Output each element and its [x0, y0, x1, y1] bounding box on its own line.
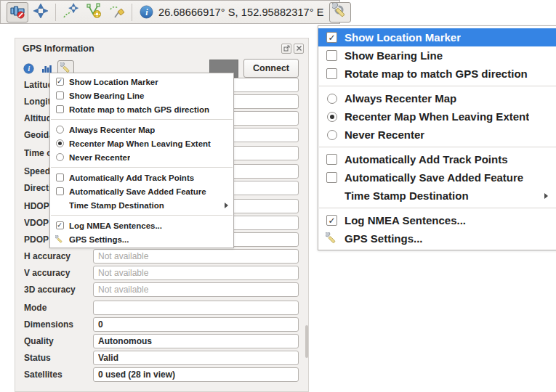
field-label: Mode	[24, 301, 93, 315]
field-value-input[interactable]	[93, 334, 299, 348]
field-label: Status	[24, 351, 93, 365]
close-icon	[296, 45, 302, 52]
gps-connect-icon	[9, 3, 25, 22]
qgis-window: { "colors": { "accent": "#3584e4", "high…	[0, 0, 556, 392]
gps-field-row: Dimensions	[24, 317, 299, 332]
menu-item-label: Always Recenter Map	[345, 92, 456, 105]
recenter-map-icon	[33, 3, 49, 22]
panel-scrollbar[interactable]	[305, 325, 308, 358]
gps-field-row: Quality	[24, 334, 299, 348]
menu-separator	[51, 215, 233, 216]
field-label: Quality	[24, 334, 93, 348]
add-track-vertex-button[interactable]	[83, 2, 105, 23]
field-value-input[interactable]	[93, 351, 299, 365]
float-panel-button[interactable]	[281, 44, 291, 54]
checkbox-icon	[326, 32, 337, 43]
menu-separator	[51, 167, 233, 168]
menu-item[interactable]: Recenter Map When Leaving Extent	[50, 136, 233, 150]
menu-item-label: Automatically Add Track Points	[345, 153, 508, 166]
field-value-input[interactable]	[93, 266, 299, 280]
submenu-arrow-icon	[225, 203, 228, 208]
connect-button[interactable]: Connect	[243, 59, 299, 78]
field-value-input[interactable]	[93, 282, 299, 297]
float-icon	[283, 45, 290, 52]
checkbox-icon	[326, 172, 337, 183]
field-label: V accuracy	[24, 266, 93, 280]
checkbox-icon	[326, 50, 337, 61]
menu-item-label: Log NMEA Sentences...	[69, 221, 162, 230]
menu-item[interactable]: Show Bearing Line	[318, 46, 556, 65]
menu-item-label: Automatically Save Added Feature	[345, 171, 523, 184]
menu-item-label: Show Bearing Line	[69, 91, 145, 100]
recenter-map-button[interactable]	[30, 2, 52, 23]
menu-item-label: Time Stamp Destination	[345, 189, 469, 202]
field-value-input[interactable]	[93, 367, 299, 382]
gps-field-row: 3D accuracy	[24, 282, 299, 297]
radio-icon	[56, 139, 64, 147]
menu-item[interactable]: Show Location Marker	[318, 28, 556, 46]
menu-item[interactable]: Always Recenter Map	[50, 123, 233, 136]
checkbox-icon	[56, 91, 64, 99]
recenter-on-gps-button[interactable]	[60, 2, 81, 23]
menu-item[interactable]: Recenter Map When Leaving Extent	[318, 107, 556, 126]
gps-connect-button[interactable]	[7, 2, 28, 23]
menu-item[interactable]: Automatically Add Track Points	[50, 171, 233, 184]
menu-item[interactable]: Always Recenter Map	[318, 89, 556, 107]
field-value-input[interactable]	[93, 301, 299, 315]
field-label: Satellites	[24, 367, 93, 382]
submenu-arrow-icon	[544, 193, 548, 199]
menu-item-label: GPS Settings...	[69, 235, 129, 244]
menu-item[interactable]: Rotate map to match GPS direction	[318, 65, 556, 83]
menu-separator	[319, 147, 556, 147]
menu-item[interactable]: Never Recenter	[50, 150, 233, 164]
radio-icon	[56, 153, 64, 161]
close-panel-button[interactable]	[294, 44, 304, 54]
reset-track-icon	[109, 3, 125, 22]
radio-icon	[327, 112, 337, 122]
gps-settings-button[interactable]	[329, 2, 351, 23]
gps-field-row: V accuracy	[24, 266, 299, 280]
menu-item[interactable]: Show Bearing Line	[50, 89, 233, 102]
menu-item-label: Show Location Marker	[345, 31, 461, 44]
gps-field-row: Satellites	[24, 367, 299, 382]
reset-track-button[interactable]	[106, 2, 128, 23]
menu-item[interactable]: Automatically Save Added Feature	[318, 168, 556, 187]
menu-item[interactable]: Automatically Add Track Points	[318, 150, 556, 168]
menu-item[interactable]: Time Stamp Destination	[318, 187, 556, 205]
menu-item[interactable]: Log NMEA Sentences...	[50, 219, 233, 232]
field-value-input[interactable]	[93, 249, 299, 264]
wrench-icon	[55, 235, 64, 244]
gps-settings-menu: Show Location Marker Show Bearing Line	[318, 25, 556, 250]
gps-toolbar: i 26.68666917° S, 152.95882317° E	[0, 0, 340, 24]
toolbar-separator	[132, 4, 132, 21]
panel-title: GPS Information	[23, 44, 279, 54]
checkbox-icon	[56, 221, 64, 229]
checkbox-icon	[56, 78, 64, 86]
gps-information-icon[interactable]: i	[23, 62, 35, 75]
menu-item[interactable]: GPS Settings...	[318, 229, 556, 248]
menu-separator	[319, 86, 556, 86]
menu-item-label: Time Stamp Destination	[69, 201, 164, 210]
menu-item[interactable]: Automatically Save Added Feature	[50, 184, 233, 198]
add-track-vertex-icon	[86, 3, 102, 22]
radio-icon	[327, 130, 337, 140]
menu-item[interactable]: Never Recenter	[318, 126, 556, 144]
field-label: 3D accuracy	[24, 282, 93, 297]
gps-coordinates-readout: 26.68666917° S, 152.95882317° E	[158, 7, 324, 18]
toolbar-separator	[55, 4, 56, 21]
menu-item[interactable]: GPS Settings...	[50, 232, 233, 246]
menu-item-label: Rotate map to match GPS direction	[69, 105, 209, 114]
menu-item[interactable]: Log NMEA Sentences...	[318, 211, 556, 229]
checkbox-icon	[56, 187, 64, 195]
menu-item-label: Log NMEA Sentences...	[345, 214, 466, 226]
menu-item[interactable]: Rotate map to match GPS direction	[50, 102, 233, 116]
menu-item[interactable]: Show Location Marker	[50, 75, 233, 89]
gps-field-row: H accuracy	[24, 249, 299, 264]
field-value-input[interactable]	[93, 317, 299, 332]
menu-item[interactable]: Time Stamp Destination	[50, 198, 233, 212]
menu-item-label: Never Recenter	[345, 128, 424, 141]
recenter-on-gps-icon	[63, 3, 78, 22]
menu-item-label: GPS Settings...	[345, 232, 423, 245]
field-label: H accuracy	[24, 249, 93, 264]
gps-information-icon: i	[140, 5, 153, 19]
